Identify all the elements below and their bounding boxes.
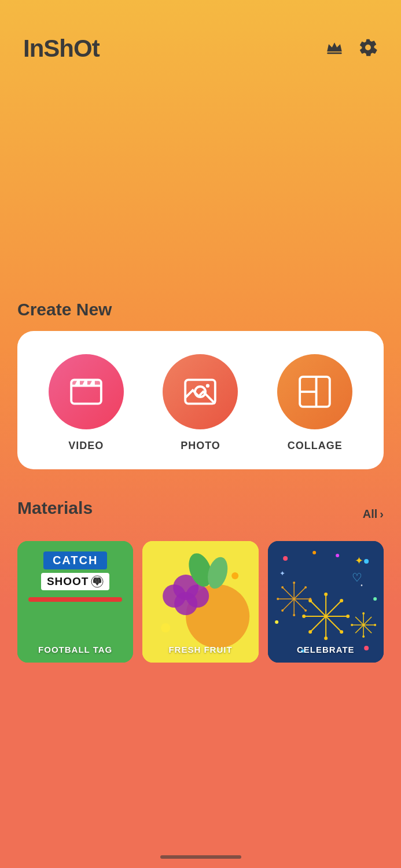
svg-point-48 (302, 615, 306, 618)
svg-line-41 (310, 601, 326, 616)
svg-point-45 (340, 630, 343, 634)
svg-point-58 (293, 582, 295, 584)
materials-grid: CATCH SHOOT FOOTBALL TAG (17, 541, 384, 663)
svg-line-69 (363, 625, 371, 633)
svg-point-61 (277, 598, 279, 600)
svg-point-81 (364, 559, 369, 564)
svg-point-59 (309, 598, 311, 600)
collage-label: COLLAGE (288, 440, 343, 452)
svg-point-29 (161, 623, 170, 632)
celebrate-card[interactable]: ✦ ✦ • ♡ (268, 541, 384, 663)
svg-line-39 (310, 616, 326, 632)
svg-point-28 (231, 572, 238, 579)
svg-line-53 (294, 599, 306, 610)
svg-point-44 (346, 615, 350, 618)
materials-header: Materials All › (17, 498, 384, 529)
svg-line-35 (326, 601, 341, 616)
svg-point-80 (336, 554, 339, 557)
svg-line-37 (326, 616, 341, 632)
svg-rect-0 (327, 53, 342, 54)
svg-text:♡: ♡ (352, 571, 362, 584)
collage-item[interactable]: COLLAGE (277, 354, 352, 452)
materials-title: Materials (17, 498, 93, 518)
svg-point-83 (275, 620, 278, 624)
svg-line-57 (282, 587, 294, 599)
svg-line-73 (355, 617, 363, 625)
celebrate-label: CELEBRATE (268, 645, 384, 654)
football-tag-label: FOOTBALL TAG (17, 645, 133, 654)
photo-item[interactable]: PHOTO (163, 354, 238, 452)
svg-line-71 (355, 625, 363, 633)
app-title: InShOt (23, 35, 100, 62)
header-icons (325, 38, 378, 60)
svg-point-63 (304, 609, 307, 612)
collage-circle (277, 354, 352, 429)
svg-text:✦: ✦ (279, 569, 285, 578)
photo-label: PHOTO (181, 440, 220, 452)
svg-point-43 (340, 599, 343, 602)
svg-line-67 (363, 617, 371, 625)
video-label: VIDEO (68, 440, 104, 452)
video-circle (49, 354, 124, 429)
fruit-card-inner: FRESH FRUIT (142, 541, 258, 663)
gear-icon[interactable] (358, 38, 378, 60)
svg-point-82 (373, 597, 377, 601)
create-new-card: VIDEO PHOTO COL (17, 331, 384, 469)
catch-text: CATCH (43, 551, 108, 569)
svg-point-74 (362, 612, 365, 615)
svg-line-51 (294, 587, 306, 599)
svg-point-46 (324, 637, 328, 640)
svg-point-9 (206, 384, 209, 388)
svg-point-77 (351, 624, 353, 626)
fresh-fruit-card[interactable]: FRESH FRUIT (142, 541, 258, 663)
home-indicator (160, 855, 241, 859)
celebrate-card-inner: ✦ ✦ • ♡ (268, 541, 384, 663)
create-new-title: Create New (17, 300, 384, 319)
shoot-text: SHOOT (47, 575, 89, 588)
svg-point-65 (281, 586, 284, 589)
svg-point-62 (304, 586, 307, 589)
svg-point-25 (186, 584, 209, 608)
video-item[interactable]: VIDEO (49, 354, 124, 452)
football-card-inner: CATCH SHOOT FOOTBALL TAG (17, 541, 133, 663)
svg-point-75 (374, 624, 376, 626)
fresh-fruit-label: FRESH FRUIT (142, 645, 258, 654)
svg-point-42 (324, 593, 328, 596)
svg-point-64 (281, 609, 284, 612)
photo-circle (163, 354, 238, 429)
all-materials-link[interactable]: All › (363, 507, 384, 521)
svg-point-78 (283, 556, 288, 561)
shoot-row: SHOOT (41, 573, 110, 590)
svg-point-60 (293, 614, 295, 616)
svg-line-55 (282, 599, 294, 610)
materials-section: Materials All › CATCH SHOOT (0, 498, 401, 663)
svg-point-27 (205, 555, 231, 591)
header: InShOt (0, 0, 401, 80)
svg-point-79 (312, 551, 316, 554)
svg-text:✦: ✦ (355, 555, 363, 567)
svg-point-47 (308, 630, 312, 634)
create-new-section: Create New VIDEO (0, 300, 401, 469)
crown-icon[interactable] (325, 38, 344, 60)
soccer-ball-icon (91, 575, 104, 588)
ribbon-decoration (28, 597, 122, 602)
svg-point-76 (362, 635, 365, 638)
football-tag-card[interactable]: CATCH SHOOT FOOTBALL TAG (17, 541, 133, 663)
